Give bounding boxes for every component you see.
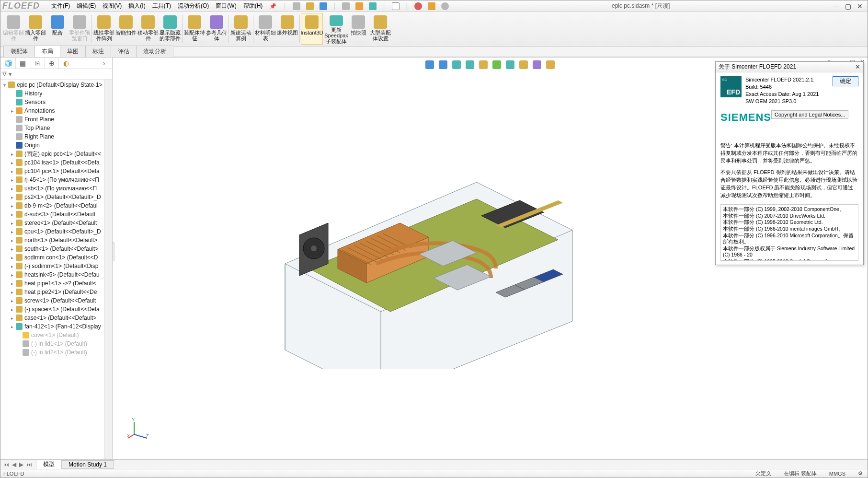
fm-property-icon[interactable]: ▤ [16,58,30,69]
rb-instant3d[interactable]: Instant3D [301,13,323,45]
tree-node[interactable]: ▸ps2<1> (Default<<Default>_D [0,193,112,201]
tree-node[interactable]: ▸case<1> (Default<<Default> [0,314,112,322]
dialog-titlebar[interactable]: 关于 Simcenter FLOEFD 2021 ✕ [716,62,863,72]
menu-help[interactable]: 帮助(H) [240,1,266,11]
fm-tree-icon[interactable]: 🧊 [1,58,16,69]
appearance-icon[interactable] [519,60,528,69]
legal-notices-button[interactable]: Copyright and Legal Notices... [771,110,848,119]
rb-new-motion[interactable]: 新建运动算例 [230,13,252,45]
close-button[interactable]: ✕ [857,2,863,10]
tab-prev[interactable]: ◀ [11,461,17,468]
tree-node[interactable]: ▸stereo<1> (Default<<Default [0,219,112,227]
rb-speedpak[interactable]: 更新Speedpak子装配体 [325,13,347,45]
rb-edit-component[interactable]: 编辑零部件 [2,13,24,45]
menu-flow[interactable]: 流动分析(O) [175,1,212,11]
menu-file[interactable]: 文件(F) [48,1,73,11]
tree-node[interactable]: Front Plane [0,115,112,124]
status-gear-icon[interactable]: ⚙ [856,470,865,477]
menu-edit[interactable]: 编辑(E) [74,1,99,11]
tree-node[interactable]: History [0,89,112,98]
view-orient-icon[interactable] [479,60,488,69]
zoom-area-icon[interactable] [439,60,447,69]
rb-preview-window[interactable]: 零部件预览窗口 [69,13,91,45]
menu-view[interactable]: 视图(V) [100,1,125,11]
tree-scrollbar[interactable] [104,80,112,459]
hide-show-icon[interactable] [506,60,514,69]
gear-icon[interactable] [441,2,449,10]
tree-node[interactable]: Sensors [0,98,112,106]
maximize-button[interactable]: ▢ [845,2,851,10]
tab-next[interactable]: ▶ [18,461,24,468]
feature-tree[interactable]: ▾epic pc (Default<Display State-1> Histo… [0,80,112,358]
tree-node[interactable]: ▸Annotations [0,106,112,115]
fm-config-icon[interactable]: ⎘ [30,58,45,69]
tree-node[interactable]: ▸sodimm con<1> (Default<<D [0,253,112,262]
menu-window[interactable]: 窗口(W) [213,1,239,11]
tab-motion-study[interactable]: Motion Study 1 [61,460,114,469]
tree-root[interactable]: ▾epic pc (Default<Display State-1> [0,81,112,89]
tab-layout[interactable]: 布局 [34,46,60,57]
section-icon[interactable] [466,60,474,69]
minimize-button[interactable]: — [833,2,839,10]
rb-bom[interactable]: 材料明细表 [254,13,276,45]
record-icon[interactable] [414,2,422,10]
tree-node[interactable]: ▸d-sub<3> (Default<<Default [0,210,112,219]
fm-expand-icon[interactable]: › [97,58,111,69]
print-icon[interactable] [342,2,350,10]
tree-node[interactable]: ▸usb<1> (По умолчанию<<П [0,184,112,193]
tree-node[interactable]: (-) in lid1<1> (Default) [0,339,112,348]
tree-node[interactable]: ▸(-) spacer<1> (Default<<Defa [0,305,112,314]
new-icon[interactable] [293,2,300,10]
tab-evaluate[interactable]: 评估 [111,46,137,57]
open-icon[interactable] [306,2,314,10]
rb-show-hidden[interactable]: 显示隐藏的零部件 [159,13,181,45]
rb-smart-fasteners[interactable]: 智能扣件 [115,13,137,45]
tree-node[interactable]: ▸rj-45<1> (По умолчанию<<П [0,175,112,184]
tab-sketch[interactable]: 草图 [60,46,86,57]
tree-node[interactable]: ▸db-9-m<2> (Default<<Defaul [0,201,112,210]
select-icon[interactable] [392,2,400,10]
tab-first[interactable]: ⏮ [2,461,10,468]
tree-node[interactable]: ▸(固定) epic pcb<1> (Default<< [0,150,112,158]
dialog-close-button[interactable]: ✕ [855,63,860,70]
tree-node[interactable]: ▸heat pipe2<1> (Default<<De [0,288,112,296]
tab-assembly[interactable]: 装配体 [3,46,35,57]
tree-node[interactable]: (-) in lid2<1> (Default) [0,348,112,357]
prev-view-icon[interactable] [452,60,461,69]
rb-mate[interactable]: 配合 [46,13,69,45]
display-style-icon[interactable] [492,60,501,69]
menu-insert[interactable]: 插入(I) [126,1,148,11]
tree-node[interactable]: ▸pc104 isa<1> (Default<<Defa [0,158,112,167]
zoom-fit-icon[interactable] [425,60,434,69]
tree-filter[interactable]: ∇ ▾ [0,69,112,80]
tree-node[interactable]: Right Plane [0,132,112,141]
rb-assembly-features[interactable]: 装配体特征 [183,13,206,45]
status-units[interactable]: MMGS [827,471,847,477]
pin-icon[interactable]: 📌 [269,3,276,10]
tree-node[interactable]: ▸screw<1> (Default<<Default [0,296,112,305]
menu-tools[interactable]: 工具(T) [149,1,174,11]
rb-exploded[interactable]: 爆炸视图 [276,13,298,45]
tree-node[interactable]: cover<1> (Default) [0,331,112,339]
rb-large-assembly[interactable]: 大型装配体设置 [369,13,391,45]
rb-insert-component[interactable]: 插入零部件 [24,13,46,45]
tree-node[interactable]: Top Plane [0,124,112,132]
tree-node[interactable]: ▸fan-412<1> (Fan-412<Display [0,322,112,331]
rebuild-icon[interactable] [369,2,377,10]
graphics-viewport[interactable]: ⦀ ▫ _ ▢ ✕ [113,58,868,459]
tree-node[interactable]: ▸cpu<1> (Default<<Default>_D [0,227,112,236]
undo-icon[interactable] [355,2,363,10]
scene-icon[interactable] [533,60,541,69]
tree-node[interactable]: Origin [0,141,112,150]
splitter-handle[interactable] [113,242,114,261]
rb-ref-geometry[interactable]: 参考几何体 [206,13,228,45]
tree-node[interactable]: ▸heatsink<5> (Default<<Defau [0,270,112,279]
rb-linear-pattern[interactable]: 线性零部件阵列 [93,13,115,45]
credits-list[interactable]: 本软件一部分 (C) 1999, 2002-2010 ComponentOne。… [720,204,858,261]
save-icon[interactable] [320,2,327,10]
tab-model[interactable]: 模型 [36,459,62,469]
tab-flow-analysis[interactable]: 流动分析 [136,46,173,57]
rb-snapshot[interactable]: 拍快照 [347,13,369,45]
view-settings-icon[interactable] [546,60,555,69]
tree-node[interactable]: ▸(-) sodimm<1> (Default<Disp [0,262,112,270]
